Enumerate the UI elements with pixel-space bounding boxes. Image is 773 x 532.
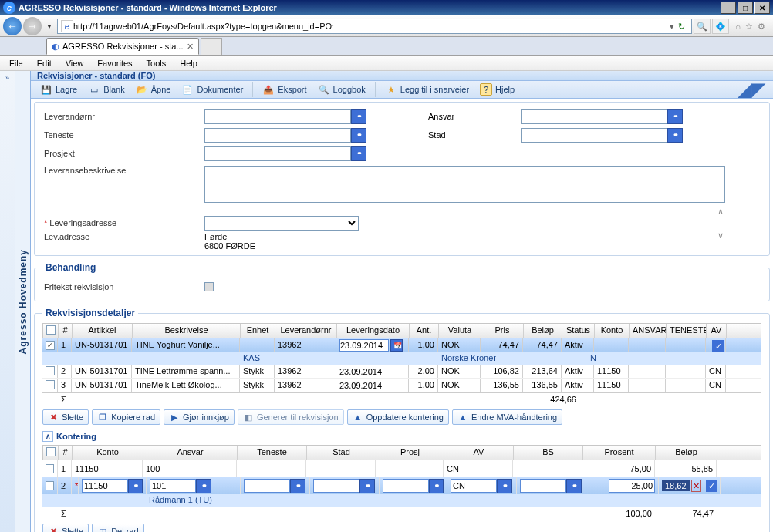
close-button[interactable]: ✕ bbox=[754, 2, 770, 14]
cell-input[interactable] bbox=[451, 479, 497, 493]
leveringsadresse-select[interactable] bbox=[204, 216, 359, 231]
stad-input[interactable] bbox=[521, 128, 667, 143]
tools-dropdown-icon[interactable]: ⚙ bbox=[758, 22, 765, 32]
table-row[interactable]: ✓1UN-50131701TINE Yoghurt Vanilje...1396… bbox=[42, 338, 761, 352]
cell-lookup[interactable]: ••• bbox=[359, 479, 375, 493]
mva-icon: ▲ bbox=[457, 412, 468, 423]
cell-lookup[interactable]: ••• bbox=[429, 479, 444, 493]
copy-row-button[interactable]: ❐Kopiere rad bbox=[92, 409, 160, 425]
favorites-icon[interactable]: ☆ bbox=[745, 22, 753, 32]
kontering-header[interactable]: ∧ Kontering bbox=[42, 428, 761, 445]
delete-button[interactable]: ✖Slette bbox=[42, 409, 89, 425]
detaljer-fieldset: Rekvisisjonsdetaljer # Artikkel Beskrive… bbox=[34, 308, 770, 532]
ansvar-lookup[interactable]: ••• bbox=[667, 109, 683, 124]
belop-value[interactable]: 18,62 bbox=[662, 480, 690, 491]
split-row-button[interactable]: ◫Del rad bbox=[92, 524, 143, 532]
help-button[interactable]: ?Hjelp bbox=[475, 81, 519, 98]
calendar-icon[interactable]: 📅 bbox=[390, 339, 403, 352]
behandling-legend: Behandling bbox=[42, 262, 99, 273]
menu-tools[interactable]: Tools bbox=[140, 57, 173, 69]
compat-button[interactable]: 💠 bbox=[712, 19, 729, 34]
row-checkbox[interactable] bbox=[46, 380, 55, 389]
tab-close-icon[interactable]: ✕ bbox=[187, 42, 194, 52]
row-checkbox[interactable] bbox=[46, 464, 54, 473]
ie-page-icon: e bbox=[61, 20, 73, 32]
menu-favorites[interactable]: Favorites bbox=[91, 57, 138, 69]
kont-delete-button[interactable]: ✖Slette bbox=[42, 524, 89, 532]
delete-icon: ✖ bbox=[48, 412, 59, 423]
cell-input[interactable] bbox=[520, 479, 566, 493]
page-header: Rekvisisjoner - standard (FO) bbox=[31, 71, 773, 81]
menu-edit[interactable]: Edit bbox=[31, 57, 58, 69]
teneste-input[interactable] bbox=[204, 128, 351, 143]
maximize-button[interactable]: □ bbox=[738, 2, 753, 14]
documents-button[interactable]: 📄Dokumenter bbox=[177, 81, 248, 98]
export-button[interactable]: 📤Eksport bbox=[258, 81, 311, 98]
cell-input[interactable] bbox=[244, 479, 290, 493]
cell-lookup[interactable]: ••• bbox=[196, 479, 211, 493]
nav-history-dropdown[interactable]: ▼ bbox=[43, 23, 56, 30]
address-input[interactable] bbox=[73, 22, 670, 31]
textarea-scroll[interactable]: ∧∨ bbox=[717, 204, 724, 243]
prosent-input[interactable] bbox=[609, 479, 655, 493]
select-all-checkbox[interactable] bbox=[46, 325, 56, 335]
open-button[interactable]: 📂Åpne bbox=[131, 81, 176, 98]
make-purchase-button[interactable]: ▶Gjør innkjøp bbox=[164, 409, 235, 425]
menu-help[interactable]: Help bbox=[174, 57, 204, 69]
home-icon[interactable]: ⌂ bbox=[735, 22, 741, 32]
stad-lookup[interactable]: ••• bbox=[667, 128, 683, 143]
cell-input[interactable] bbox=[82, 479, 128, 493]
row-checkbox[interactable] bbox=[46, 366, 55, 375]
new-tab-button[interactable] bbox=[201, 38, 222, 55]
detaljer-grid-header: # Artikkel Beskrivelse Enhet Leverandørn… bbox=[42, 323, 761, 338]
search-button[interactable]: 🔍 bbox=[694, 19, 711, 34]
fritekst-checkbox[interactable] bbox=[204, 282, 214, 291]
table-row[interactable]: 2UN-50131701TINE Lettrømme spann...Stykk… bbox=[42, 365, 761, 379]
row-checkbox[interactable] bbox=[46, 481, 54, 490]
shortcut-button[interactable]: ★Legg til i snarveier bbox=[380, 81, 474, 98]
sidebar-collapse-strip[interactable]: » bbox=[0, 71, 15, 532]
prosjekt-lookup[interactable]: ••• bbox=[351, 146, 366, 161]
row-delete-icon[interactable]: ✕ bbox=[691, 480, 702, 492]
leverandornr-input[interactable] bbox=[204, 109, 351, 124]
forward-button[interactable]: → bbox=[23, 17, 42, 35]
back-button[interactable]: ← bbox=[3, 17, 22, 35]
table-row[interactable]: 3UN-50131701TineMelk Lett Økolog...Stykk… bbox=[42, 379, 761, 392]
kontering-row[interactable]: 111150100CN75,0055,85 bbox=[42, 460, 761, 477]
cell-lookup[interactable]: ••• bbox=[128, 479, 143, 493]
minimize-button[interactable]: _ bbox=[721, 2, 736, 14]
leveransebeskrivelse-input[interactable] bbox=[204, 166, 725, 203]
prosjekt-input[interactable] bbox=[204, 146, 351, 161]
address-bar[interactable]: e ▾ ↻ bbox=[57, 19, 692, 34]
update-kontering-button[interactable]: ▲Oppdatere kontering bbox=[347, 409, 449, 425]
cell-input[interactable] bbox=[313, 479, 359, 493]
kontering-row[interactable]: 2*•••••••••••••••••••••18,62✕✓ bbox=[42, 477, 761, 494]
cell-input[interactable] bbox=[150, 479, 196, 493]
ansvar-input[interactable] bbox=[521, 109, 667, 124]
logbook-button[interactable]: 🔍Loggbok bbox=[313, 81, 370, 98]
row-checkbox[interactable]: ✓ bbox=[46, 341, 55, 350]
menu-view[interactable]: View bbox=[59, 57, 90, 69]
blank-icon: ▭ bbox=[88, 83, 100, 96]
go-button[interactable]: ↻ bbox=[674, 19, 688, 33]
menu-file[interactable]: File bbox=[3, 57, 29, 69]
export-icon: 📤 bbox=[262, 83, 275, 96]
star-icon: ★ bbox=[385, 83, 397, 96]
row-apply-icon[interactable]: ✓ bbox=[712, 340, 724, 352]
save-button[interactable]: 💾Lagre bbox=[35, 81, 82, 98]
kont-select-all[interactable] bbox=[46, 447, 56, 456]
cell-lookup[interactable]: ••• bbox=[566, 479, 582, 493]
row-apply-icon[interactable]: ✓ bbox=[706, 480, 717, 492]
leverandornr-lookup[interactable]: ••• bbox=[351, 109, 366, 124]
browser-tab[interactable]: ◐ AGRESSO Rekvisisjoner - sta... ✕ bbox=[46, 38, 199, 55]
cell-lookup[interactable]: ••• bbox=[497, 479, 512, 493]
app-toolbar: 💾Lagre ▭Blank 📂Åpne 📄Dokumenter 📤Eksport… bbox=[31, 81, 773, 99]
generate-button[interactable]: ◧Generer til rekvisisjon bbox=[238, 409, 344, 425]
browser-navbar: ← → ▼ e ▾ ↻ 🔍 💠 ⌂ ☆ ⚙ bbox=[0, 15, 773, 37]
change-mva-button[interactable]: ▲Endre MVA-håndtering bbox=[452, 409, 562, 425]
cell-lookup[interactable]: ••• bbox=[290, 479, 305, 493]
cell-input[interactable] bbox=[383, 479, 429, 493]
teneste-lookup[interactable]: ••• bbox=[351, 128, 366, 143]
blank-button[interactable]: ▭Blank bbox=[83, 81, 130, 98]
side-panel[interactable]: Agresso Hovedmeny bbox=[15, 71, 31, 532]
